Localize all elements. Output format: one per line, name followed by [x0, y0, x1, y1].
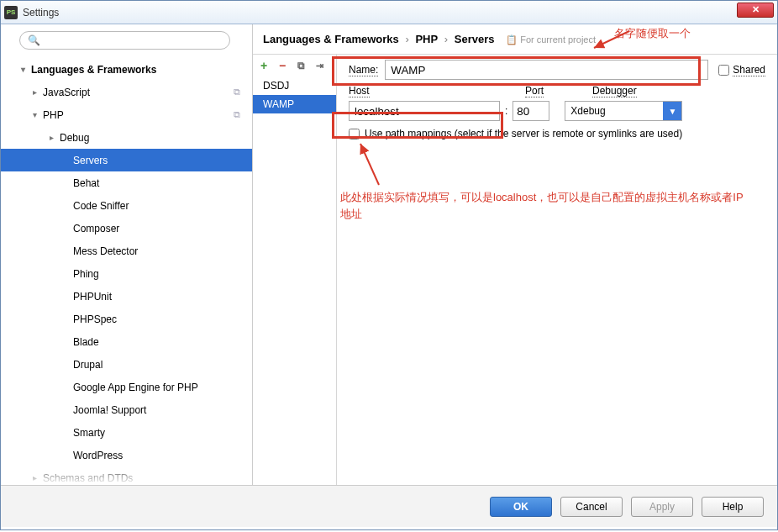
tree-item[interactable]: Google App Engine for PHP: [1, 376, 252, 398]
shared-label: Shared: [733, 64, 765, 76]
project-scope-icon: ⧉: [234, 87, 240, 97]
tree-label: Smarty: [70, 427, 105, 439]
host-input[interactable]: [349, 101, 500, 121]
server-form: Name: Shared Host Port Debugger :: [337, 55, 777, 485]
annotation-text: 此处根据实际情况填写，可以是localhost，也可以是自己配置的虚拟主机名称或…: [340, 189, 744, 222]
help-button[interactable]: Help: [702, 497, 764, 517]
breadcrumb-part: Servers: [455, 33, 495, 45]
tree-label: Languages & Frameworks: [28, 64, 156, 76]
tree-label: PHPUnit: [70, 291, 112, 303]
project-scope-icon: ⧉: [234, 109, 240, 120]
breadcrumb-part: Languages & Frameworks: [263, 33, 399, 45]
remove-icon[interactable]: −: [276, 60, 288, 71]
settings-tree-panel: 🔍 ▾ Languages & Frameworks ▸JavaScript⧉▾…: [1, 24, 253, 485]
tree-item[interactable]: Mess Detector: [1, 240, 252, 262]
tree-item[interactable]: Smarty: [1, 421, 252, 444]
tree-item[interactable]: Blade: [1, 330, 252, 353]
tree-label: Servers: [70, 155, 108, 166]
server-toolbar: + − ⧉ ⇥: [253, 55, 336, 76]
tree-item[interactable]: PHPSpec: [1, 308, 252, 330]
debugger-select[interactable]: Xdebug ▼: [565, 101, 682, 121]
tree-item-cutoff[interactable]: ▸ Schemas and DTDs: [1, 466, 252, 485]
tree-item[interactable]: Code Sniffer: [1, 194, 252, 217]
add-icon[interactable]: +: [258, 60, 270, 71]
svg-line-1: [360, 144, 379, 185]
annotation-text: 名字随便取一个: [614, 25, 691, 42]
tree-label: Code Sniffer: [70, 200, 129, 212]
ok-button[interactable]: OK: [490, 497, 552, 517]
chevron-down-icon: ▾: [29, 110, 39, 119]
tree-root[interactable]: ▾ Languages & Frameworks: [1, 58, 252, 81]
tree-label: Phing: [70, 268, 99, 280]
dialog-button-bar: OK Cancel Apply Help: [1, 485, 777, 527]
chevron-right-icon: ▸: [29, 473, 39, 482]
server-list[interactable]: DSDJWAMP: [253, 76, 336, 485]
tree-label: Debug: [56, 132, 89, 144]
debugger-label: Debugger: [592, 85, 637, 97]
copy-icon[interactable]: ⧉: [295, 60, 307, 71]
tree-item[interactable]: Drupal: [1, 353, 252, 376]
debugger-value: Xdebug: [565, 105, 663, 117]
tree-label: PHP: [39, 109, 64, 121]
tree-label: Blade: [70, 336, 99, 348]
tree-item[interactable]: PHPUnit: [1, 285, 252, 308]
tree-label: JavaScript: [39, 87, 90, 98]
tree-item[interactable]: ▸JavaScript⧉: [1, 81, 252, 103]
chevron-right-icon: ▸: [46, 133, 56, 142]
tree-item[interactable]: Phing: [1, 262, 252, 285]
tree-item[interactable]: Joomla! Support: [1, 398, 252, 421]
close-button[interactable]: ✕: [737, 3, 774, 18]
scope-label: 📋 For current project: [506, 34, 596, 45]
tree-label: PHPSpec: [70, 313, 117, 325]
server-list-item[interactable]: DSDJ: [253, 76, 336, 95]
tree-label: Schemas and DTDs: [39, 472, 133, 484]
tree-item[interactable]: Behat: [1, 171, 252, 194]
chevron-down-icon: ▼: [663, 102, 681, 120]
name-label: Name:: [349, 64, 378, 76]
tree-label: WordPress: [70, 450, 123, 461]
server-list-column: + − ⧉ ⇥ DSDJWAMP: [253, 55, 337, 485]
tree-item[interactable]: WordPress: [1, 444, 252, 466]
name-input[interactable]: [385, 60, 708, 80]
port-input[interactable]: [513, 101, 549, 121]
search-input[interactable]: [19, 31, 230, 50]
annotation-arrow: [354, 139, 387, 189]
settings-tree[interactable]: ▾ Languages & Frameworks ▸JavaScript⧉▾PH…: [1, 56, 252, 485]
tree-label: Joomla! Support: [70, 404, 146, 416]
tree-label: Google App Engine for PHP: [70, 382, 198, 393]
window-title: Settings: [23, 7, 59, 18]
host-label: Host: [349, 85, 370, 97]
import-icon[interactable]: ⇥: [313, 60, 325, 71]
apply-button[interactable]: Apply: [631, 497, 693, 517]
breadcrumb: Languages & Frameworks › PHP › Servers 📋…: [253, 24, 777, 54]
server-list-item[interactable]: WAMP: [253, 95, 336, 113]
app-icon: PS: [4, 6, 18, 19]
tree-item[interactable]: Composer: [1, 217, 252, 240]
tree-item[interactable]: ▾PHP⧉: [1, 103, 252, 126]
shared-checkbox[interactable]: [718, 65, 729, 76]
chevron-right-icon: ▸: [29, 87, 39, 97]
tree-label: Behat: [70, 177, 99, 189]
tree-label: Drupal: [70, 359, 103, 371]
settings-detail-panel: Languages & Frameworks › PHP › Servers 📋…: [253, 24, 777, 485]
breadcrumb-part: PHP: [415, 33, 438, 45]
tree-label: Composer: [70, 223, 119, 234]
tree-label: Mess Detector: [70, 245, 138, 257]
port-label: Port: [525, 85, 544, 97]
path-mappings-checkbox[interactable]: [349, 129, 360, 140]
tree-item[interactable]: ▸Debug: [1, 126, 252, 149]
path-mappings-label: Use path mappings (select if the server …: [365, 128, 682, 140]
title-bar: PS Settings ✕: [1, 1, 777, 24]
host-port-sep: :: [505, 105, 507, 117]
tree-item[interactable]: Servers: [1, 149, 252, 171]
chevron-down-icon: ▾: [18, 65, 28, 74]
cancel-button[interactable]: Cancel: [560, 497, 623, 517]
